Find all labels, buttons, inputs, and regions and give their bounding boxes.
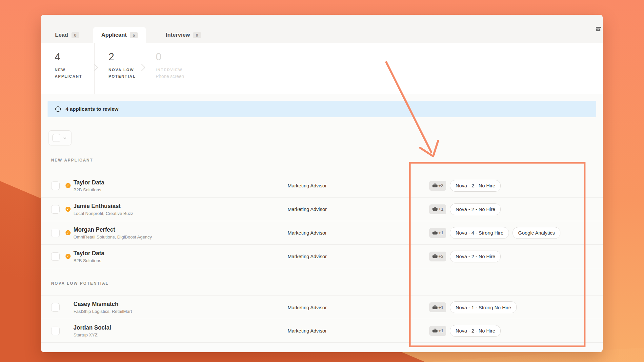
- row-checkbox[interactable]: [51, 252, 60, 261]
- pending-clock-icon: [65, 230, 71, 236]
- briefcase-icon: [432, 206, 438, 212]
- section-rows: Casey Mismatch FastShip Logistics, Retai…: [41, 295, 603, 343]
- experience-badge[interactable]: +1: [429, 302, 446, 312]
- applicant-job-title: Marketing Advisor: [288, 254, 429, 259]
- row-icon-cell: [65, 230, 73, 236]
- experience-badge-count: +1: [438, 230, 443, 235]
- experience-badge[interactable]: +3: [429, 181, 446, 191]
- stage-nova-low-potential[interactable]: 2 NOVA LOW POTENTIAL: [94, 43, 142, 94]
- applicant-row[interactable]: Jordan Social Startup XYZ Marketing Advi…: [41, 319, 603, 343]
- stage-section: NOVA LOW POTENTIAL Casey Mismatch FastSh…: [41, 281, 603, 343]
- applicant-name[interactable]: Jordan Social: [73, 324, 288, 331]
- tab-interview[interactable]: Interview 0: [158, 27, 209, 43]
- chevron-down-icon: [62, 135, 68, 141]
- tab-interview-label: Interview: [166, 32, 190, 38]
- applicant-company: B2B Solutions: [73, 258, 288, 263]
- row-icon-cell: [65, 305, 73, 310]
- applicant-row[interactable]: Taylor Data B2B Solutions Marketing Advi…: [41, 174, 603, 198]
- experience-badge[interactable]: +1: [429, 228, 446, 238]
- tab-applicant-label: Applicant: [101, 32, 127, 38]
- tab-interview-count-badge: 0: [193, 32, 201, 38]
- experience-badge-count: +1: [438, 305, 443, 310]
- stage-new-applicant-label: NEW APPLICANT: [55, 67, 91, 80]
- tab-applicant-count-badge: 6: [130, 32, 137, 38]
- applicant-company: B2B Solutions: [73, 187, 288, 192]
- applicant-tags: +1 Nova - 2 - No Hire: [429, 325, 501, 337]
- briefcase-icon: [432, 230, 438, 236]
- desktop: { "window": { "tabs": [ { "label": "Lead…: [0, 0, 644, 362]
- applicant-identity: Taylor Data B2B Solutions: [73, 179, 288, 192]
- stage-interview-count: 0: [156, 52, 603, 62]
- experience-badge[interactable]: +1: [429, 204, 446, 214]
- experience-badge-count: +1: [438, 328, 443, 333]
- applicant-identity: Jamie Enthusiast Local Nonprofit, Creati…: [73, 203, 288, 216]
- applicant-sections: NEW APPLICANT Taylor Data B2B Solutions …: [41, 158, 603, 343]
- section-rows: Taylor Data B2B Solutions Marketing Advi…: [41, 174, 603, 268]
- row-icon-cell: [65, 206, 73, 212]
- tag-pill[interactable]: Nova - 2 - No Hire: [450, 325, 501, 337]
- applicant-name[interactable]: Morgan Perfect: [73, 226, 288, 233]
- applicant-tags: +3 Nova - 2 - No Hire: [429, 180, 501, 192]
- applicant-identity: Taylor Data B2B Solutions: [73, 250, 288, 263]
- archived-button[interactable]: Archi: [595, 15, 603, 43]
- applicant-list-panel: 4 applicants to review NEW APPLICANT Tay…: [41, 101, 603, 343]
- tag-pill[interactable]: Nova - 2 - No Hire: [450, 180, 501, 192]
- tab-lead[interactable]: Lead 0: [47, 27, 87, 43]
- row-checkbox[interactable]: [51, 181, 60, 190]
- applicant-row[interactable]: Morgan Perfect OmniRetail Solutions, Dig…: [41, 221, 603, 245]
- stage-new-applicant[interactable]: 4 NEW APPLICANT: [41, 43, 94, 94]
- tab-lead-label: Lead: [55, 32, 68, 38]
- stage-interview-sublabel: Phone screen: [156, 74, 603, 79]
- tag-pill[interactable]: Nova - 2 - No Hire: [450, 251, 501, 262]
- applicant-tags: +1 Nova - 2 - No Hire: [429, 203, 501, 215]
- archive-box-icon: [595, 26, 601, 32]
- applicant-tags: +1 Nova - 4 - Strong HireGoogle Analytic…: [429, 227, 560, 239]
- row-checkbox[interactable]: [51, 327, 60, 335]
- applicant-row[interactable]: Casey Mismatch FastShip Logistics, Retai…: [41, 295, 603, 319]
- applicant-company: FastShip Logistics, RetailMart: [73, 309, 288, 314]
- applicant-job-title: Marketing Advisor: [288, 206, 429, 212]
- list-toolbar: [49, 130, 603, 145]
- stage-new-applicant-count: 4: [55, 52, 94, 62]
- experience-badge-count: +3: [438, 183, 443, 188]
- applicant-job-title: Marketing Advisor: [288, 328, 429, 333]
- tag-pill[interactable]: Nova - 4 - Strong Hire: [450, 227, 509, 239]
- tag-pill[interactable]: Nova - 2 - No Hire: [450, 203, 501, 215]
- applicant-name[interactable]: Taylor Data: [73, 179, 288, 186]
- row-checkbox[interactable]: [51, 205, 60, 214]
- applicant-identity: Morgan Perfect OmniRetail Solutions, Dig…: [73, 226, 288, 239]
- stage-interview-label: INTERVIEW: [156, 67, 192, 73]
- experience-badge-count: +3: [438, 254, 443, 259]
- row-icon-cell: [65, 254, 73, 259]
- info-icon: [55, 106, 61, 112]
- stage-interview[interactable]: 0 INTERVIEW Phone screen: [142, 43, 603, 94]
- pipeline-tab-bar: Lead 0 Applicant 6 Interview 0 Archi: [41, 15, 603, 43]
- select-all-dropdown[interactable]: [49, 130, 71, 145]
- applicant-name[interactable]: Casey Mismatch: [73, 301, 288, 308]
- pending-clock-icon: [65, 183, 71, 188]
- applicant-identity: Jordan Social Startup XYZ: [73, 324, 288, 337]
- experience-badge[interactable]: +3: [429, 252, 446, 261]
- select-all-checkbox[interactable]: [52, 134, 60, 142]
- applicant-job-title: Marketing Advisor: [288, 305, 429, 310]
- section-title: NOVA LOW POTENTIAL: [51, 281, 603, 286]
- stage-section: NEW APPLICANT Taylor Data B2B Solutions …: [41, 158, 603, 268]
- tag-pill[interactable]: Nova - 1 - Strong No Hire: [450, 301, 516, 313]
- row-checkbox[interactable]: [51, 229, 60, 237]
- applicant-row[interactable]: Taylor Data B2B Solutions Marketing Advi…: [41, 245, 603, 268]
- applicant-name[interactable]: Taylor Data: [73, 250, 288, 257]
- applicant-tags: +1 Nova - 1 - Strong No Hire: [429, 301, 517, 313]
- applicant-row[interactable]: Jamie Enthusiast Local Nonprofit, Creati…: [41, 198, 603, 221]
- applicant-name[interactable]: Jamie Enthusiast: [73, 203, 288, 210]
- applicant-company: Startup XYZ: [73, 333, 288, 337]
- experience-badge[interactable]: +1: [429, 326, 446, 336]
- tab-applicant[interactable]: Applicant 6: [93, 27, 146, 43]
- applicant-tags: +3 Nova - 2 - No Hire: [429, 251, 501, 262]
- section-title: NEW APPLICANT: [51, 158, 603, 162]
- row-checkbox[interactable]: [51, 303, 60, 312]
- stage-nova-low-potential-count: 2: [109, 52, 142, 62]
- applicant-job-title: Marketing Advisor: [288, 183, 429, 188]
- briefcase-icon: [432, 305, 438, 310]
- pending-clock-icon: [65, 206, 71, 212]
- tag-pill[interactable]: Google Analytics: [513, 227, 560, 239]
